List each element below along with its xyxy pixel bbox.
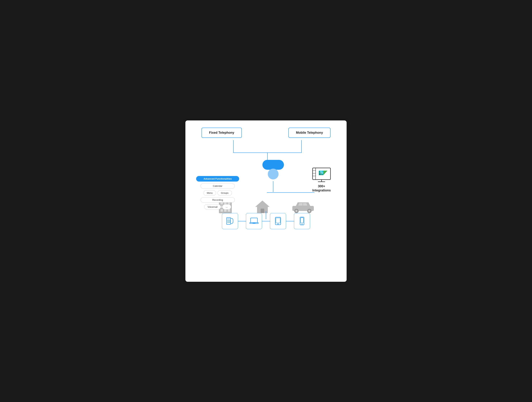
svg-rect-48 [251, 218, 257, 223]
laptop-icon [249, 216, 259, 226]
svg-rect-39 [228, 220, 229, 221]
phone-blob [262, 160, 284, 179]
calendar-row: Calendar [196, 183, 239, 189]
svg-rect-57 [301, 217, 303, 218]
integrations-count: 300+ [318, 185, 325, 188]
integrations-col: 300+ Integrations [307, 167, 336, 193]
svg-rect-25 [224, 209, 227, 212]
svg-point-52 [278, 223, 279, 224]
svg-rect-47 [227, 218, 230, 220]
recording-pill: Recording [200, 197, 235, 203]
phone-blob-top [262, 160, 284, 170]
more-pill: ... [222, 204, 231, 210]
svg-rect-38 [227, 220, 228, 221]
fixed-telephony-box: Fixed Telephony [202, 128, 242, 138]
recording-row: Recording [196, 197, 239, 203]
svg-rect-40 [229, 220, 230, 221]
mobile-box [294, 213, 310, 229]
svg-rect-44 [227, 222, 228, 223]
svg-rect-42 [228, 221, 229, 222]
device-v-connector [266, 211, 266, 219]
svg-marker-12 [323, 171, 327, 175]
svg-rect-24 [221, 209, 223, 212]
phone-blob-bottom [268, 169, 279, 179]
tablet-icon [273, 216, 283, 226]
svg-rect-41 [227, 221, 228, 222]
svg-rect-56 [301, 218, 304, 223]
advanced-functionalities-label: Advanced Functionalities [196, 176, 239, 182]
desk-phone-box [222, 213, 238, 229]
device-connector-2 [262, 221, 270, 221]
mobile-telephony-box: Mobile Telephony [288, 128, 330, 138]
svg-point-34 [295, 210, 298, 212]
svg-rect-26 [228, 209, 230, 212]
laptop-box [246, 213, 262, 229]
svg-rect-53 [276, 218, 280, 223]
svg-point-55 [301, 224, 302, 224]
calendar-pill: Calendar [200, 183, 235, 189]
h-connector-svg [196, 190, 336, 195]
device-connector-3 [286, 221, 294, 221]
desk-phone-icon [225, 216, 235, 226]
svg-rect-50 [253, 223, 255, 223]
diagram-container: Fixed Telephony Mobile Telephony Advance… [185, 121, 347, 282]
svg-rect-46 [229, 222, 230, 223]
svg-point-36 [308, 210, 310, 212]
mobile-telephony-label: Mobile Telephony [296, 131, 323, 134]
integrations-monitor-icon [312, 167, 331, 183]
voicemail-pill: Voicemail [204, 204, 221, 210]
fixed-telephony-label: Fixed Telephony [209, 131, 234, 134]
svg-rect-43 [229, 221, 230, 222]
center-col [239, 160, 307, 192]
device-connector-1 [238, 221, 246, 221]
svg-rect-45 [228, 222, 229, 223]
tablet-box [270, 213, 286, 229]
device-icons-row [196, 213, 336, 229]
voicemail-row: Voicemail ... [196, 204, 239, 210]
mobile-icon [297, 216, 307, 226]
